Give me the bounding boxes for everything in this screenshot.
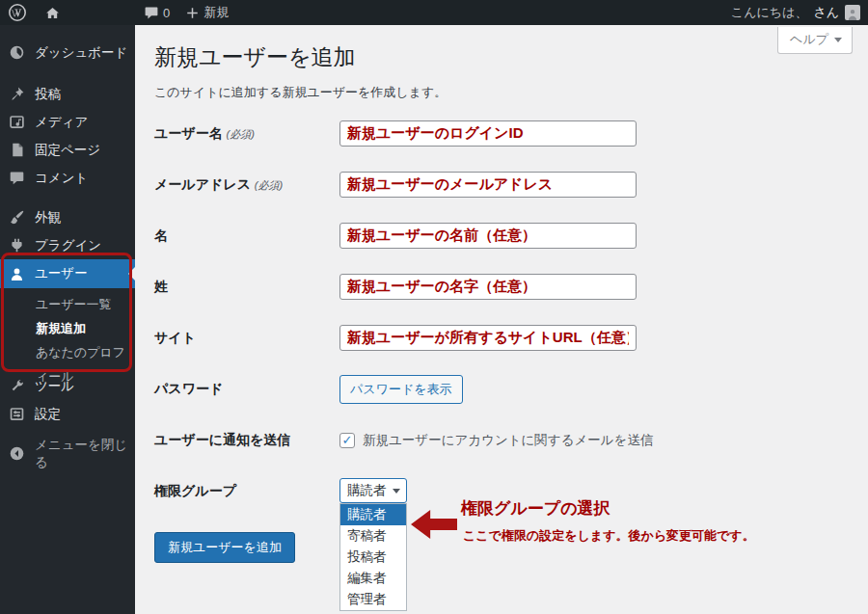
home-icon xyxy=(44,5,61,21)
sidebar-item-users[interactable]: ユーザー xyxy=(0,259,135,288)
sidebar-item-label: 設定 xyxy=(35,406,61,423)
required-note: (必須) xyxy=(227,128,255,140)
new-content-button[interactable]: 新規 xyxy=(177,0,236,25)
sidebar-item-label: 外観 xyxy=(35,209,61,227)
email-field[interactable] xyxy=(339,172,637,198)
website-label: サイト xyxy=(154,330,339,347)
wordpress-logo-icon[interactable] xyxy=(0,0,35,25)
comment-bubble-icon xyxy=(144,5,159,20)
send-notification-checkbox[interactable]: ✓ xyxy=(339,433,355,448)
submenu-item-your-profile[interactable]: あなたのプロフィール xyxy=(0,340,135,364)
role-option-administrator[interactable]: 管理者 xyxy=(340,589,406,610)
sidebar-item-label: ツール xyxy=(35,378,74,395)
page-title: 新規ユーザーを追加 xyxy=(154,42,849,71)
chevron-down-icon xyxy=(393,489,400,497)
comments-count: 0 xyxy=(163,6,170,20)
submenu-item-user-list[interactable]: ユーザー一覧 xyxy=(0,292,135,316)
users-submenu: ユーザー一覧 新規追加 あなたのプロフィール xyxy=(0,288,135,370)
admin-bar: 0 新規 こんにちは、 さん xyxy=(0,0,868,25)
password-label: パスワード xyxy=(154,381,339,398)
last-name-label: 姓 xyxy=(154,279,339,296)
show-password-button[interactable]: パスワードを表示 xyxy=(339,375,463,404)
sidebar-item-appearance[interactable]: 外観 xyxy=(0,203,135,231)
account-name: さん xyxy=(813,4,839,21)
form-row-role: 権限グループ 購読者 購読者 寄稿者 投稿者 編集者 管理者 新規ユーザーを追加… xyxy=(154,478,849,614)
email-label: メールアドレス (必須) xyxy=(154,176,339,194)
sidebar-item-plugins[interactable]: プラグイン xyxy=(0,231,135,259)
sidebar-item-media[interactable]: メディア xyxy=(0,108,135,136)
collapse-menu-button[interactable]: メニューを閉じる xyxy=(0,440,135,467)
sidebar-item-label: ユーザー xyxy=(35,265,88,282)
comments-shortcut[interactable]: 0 xyxy=(136,0,177,25)
notification-label: ユーザーに通知を送信 xyxy=(154,432,339,449)
sidebar-item-label: メニューを閉じる xyxy=(35,437,135,471)
role-label: 権限グループ xyxy=(154,483,236,500)
role-option-contributor[interactable]: 寄稿者 xyxy=(340,525,406,547)
sidebar-item-label: コメント xyxy=(35,170,88,187)
add-user-form: ユーザー名 (必須) メールアドレス (必須) 名 姓 サイト パスワード xyxy=(154,120,849,614)
active-menu-arrow-icon xyxy=(128,267,135,280)
wordpress-logo-icon xyxy=(8,3,27,22)
form-row-username: ユーザー名 (必須) xyxy=(154,120,849,147)
role-option-author[interactable]: 投稿者 xyxy=(340,547,406,568)
sidebar-item-settings[interactable]: 設定 xyxy=(0,400,135,428)
appearance-icon xyxy=(9,209,25,226)
plugin-icon xyxy=(9,237,25,254)
role-option-subscriber[interactable]: 購読者 xyxy=(340,504,406,525)
form-row-last-name: 姓 xyxy=(154,274,849,300)
last-name-field[interactable] xyxy=(339,274,637,300)
form-row-website: サイト xyxy=(154,325,849,351)
person-icon xyxy=(846,8,859,20)
main-content: ヘルプ 新規ユーザーを追加 このサイトに追加する新規ユーザーを作成します。 ユー… xyxy=(135,25,868,614)
notification-checkbox-label: 新規ユーザーにアカウントに関するメールを送信 xyxy=(363,432,653,449)
annotation-body: ここで権限の設定をします。後から変更可能です。 xyxy=(463,527,755,545)
new-content-label: 新規 xyxy=(203,4,229,21)
sidebar-item-posts[interactable]: 投稿 xyxy=(0,80,135,108)
comments-icon xyxy=(9,170,25,186)
sidebar-item-label: メディア xyxy=(35,114,88,131)
media-icon xyxy=(9,114,25,130)
help-label: ヘルプ xyxy=(790,31,828,48)
add-new-user-button[interactable]: 新規ユーザーを追加 xyxy=(154,532,295,563)
sidebar-item-label: ダッシュボード xyxy=(35,44,127,62)
page-subtitle: このサイトに追加する新規ユーザーを作成します。 xyxy=(154,84,849,101)
form-row-notification: ユーザーに通知を送信 ✓ 新規ユーザーにアカウントに関するメールを送信 xyxy=(154,427,849,453)
form-row-email: メールアドレス (必須) xyxy=(154,172,849,198)
collapse-icon xyxy=(9,445,25,462)
site-home-link[interactable] xyxy=(37,0,68,25)
admin-sidebar: ダッシュボード 投稿 メディア 固定ページ コメント xyxy=(0,25,135,614)
sidebar-item-label: 投稿 xyxy=(35,86,61,103)
username-field[interactable] xyxy=(339,120,637,147)
required-note: (必須) xyxy=(255,179,283,191)
settings-icon xyxy=(9,406,25,422)
form-row-first-name: 名 xyxy=(154,223,849,249)
role-selected-value: 購読者 xyxy=(347,482,387,499)
plus-icon xyxy=(185,6,200,20)
website-field[interactable] xyxy=(339,325,637,351)
submenu-item-add-new[interactable]: 新規追加 xyxy=(0,316,135,340)
chevron-down-icon xyxy=(834,38,842,46)
users-icon xyxy=(9,266,25,282)
dashboard-icon xyxy=(9,44,25,61)
admin-bar-account[interactable]: こんにちは、 さん xyxy=(731,4,868,21)
first-name-label: 名 xyxy=(154,227,339,245)
sidebar-item-label: 固定ページ xyxy=(35,142,100,159)
annotation-heading: 権限グループの選択 xyxy=(461,497,610,520)
annotation-arrow-left-icon xyxy=(411,510,457,539)
pin-icon xyxy=(9,86,25,102)
sidebar-item-pages[interactable]: 固定ページ xyxy=(0,136,135,164)
role-select[interactable]: 購読者 xyxy=(339,478,407,503)
sidebar-item-label: プラグイン xyxy=(35,237,101,254)
form-row-password: パスワード パスワードを表示 xyxy=(154,376,849,402)
help-button[interactable]: ヘルプ xyxy=(777,27,853,54)
pages-icon xyxy=(9,142,25,158)
greeting-text: こんにちは、 xyxy=(731,4,808,21)
sidebar-item-comments[interactable]: コメント xyxy=(0,164,135,192)
sidebar-item-dashboard[interactable]: ダッシュボード xyxy=(0,39,135,67)
role-option-editor[interactable]: 編集者 xyxy=(340,568,406,589)
tools-icon xyxy=(9,378,25,394)
avatar xyxy=(845,5,860,20)
username-label: ユーザー名 (必須) xyxy=(154,125,339,143)
role-dropdown-list: 購読者 寄稿者 投稿者 編集者 管理者 xyxy=(339,503,407,611)
first-name-field[interactable] xyxy=(339,223,637,249)
